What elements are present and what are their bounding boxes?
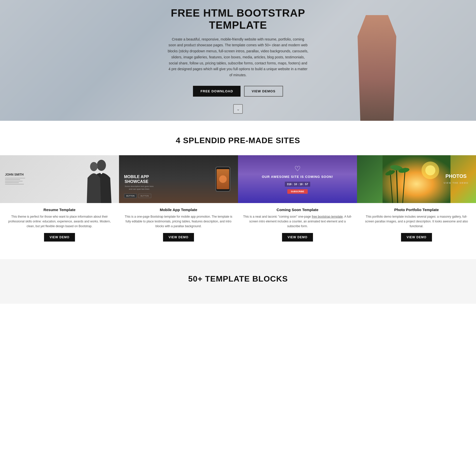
svg-point-10	[425, 165, 435, 175]
mobile-btn-2: BUTTON	[138, 194, 151, 198]
download-button[interactable]: FREE DOWNLOAD	[193, 86, 241, 97]
card-photos: PHOTOS VIEW THE DEMO Photo Portfolio Tem…	[357, 155, 476, 249]
coming-subscribe-btn: SUBSCRIBE	[287, 189, 308, 194]
card-resume-image: JOHN SMITH	[0, 155, 119, 203]
card-mobile-demo-button[interactable]: VIEW DEMO	[163, 233, 194, 242]
card-mobile-image: MOBILE APPSHOWCASE Some description text…	[119, 155, 238, 203]
resume-text-area: JOHN SMITH	[5, 173, 25, 185]
chevron-down-icon: ⌄	[236, 107, 240, 111]
resume-line-5	[5, 184, 24, 184]
hero-buttons: FREE DOWNLOAD VIEW DEMOS	[168, 86, 308, 97]
person-silhouette-svg	[79, 158, 116, 203]
hero-content: FREE HTML BOOTSTRAP TEMPLATE Create a be…	[163, 7, 313, 114]
blocks-section: 50+ TEMPLATE BLOCKS	[0, 259, 476, 304]
card-photos-desc: This portfolio demo template includes se…	[362, 214, 471, 229]
card-coming: ♡ OUR AWESOME SITE IS COMING SOON! 318 :…	[238, 155, 357, 249]
card-coming-title: Coming Soon Template	[238, 208, 357, 212]
cards-row: JOHN SMITH	[0, 155, 476, 249]
resume-preview: JOHN SMITH	[0, 155, 119, 203]
scroll-down-button[interactable]: ⌄	[233, 104, 243, 114]
card-mobile: MOBILE APPSHOWCASE Some description text…	[119, 155, 238, 249]
card-mobile-title: Mobile App Template	[119, 208, 238, 212]
phone-screen-content	[217, 169, 229, 189]
card-coming-image: ♡ OUR AWESOME SITE IS COMING SOON! 318 :…	[238, 155, 357, 203]
photos-preview: PHOTOS VIEW THE DEMO	[357, 155, 476, 203]
view-demos-button[interactable]: VIEW DEMOS	[244, 86, 283, 97]
card-resume-title: Resume Template	[0, 208, 119, 212]
sites-section-title: 4 SPLENDID PRE-MADE SITES	[0, 136, 476, 145]
hero-title: FREE HTML BOOTSTRAP TEMPLATE	[168, 7, 308, 31]
phone-circle	[219, 175, 227, 183]
coming-counter: 318 : 10 : 18 : 57	[285, 182, 310, 187]
sites-section: 4 SPLENDID PRE-MADE SITES JOHN SMITH	[0, 121, 476, 259]
resume-line-4	[5, 182, 19, 183]
resume-line-2	[5, 179, 20, 180]
mobile-sub-text: Some description text goes here and can …	[124, 185, 154, 190]
resume-line-3	[5, 181, 23, 181]
photos-title-text: PHOTOS	[446, 173, 467, 179]
mobile-preview: MOBILE APPSHOWCASE Some description text…	[119, 155, 238, 203]
phone-shape	[215, 167, 230, 192]
hero-subtitle: Create a beautiful, responsive, mobile-f…	[168, 36, 308, 78]
coming-site-title: OUR AWESOME SITE IS COMING SOON!	[262, 175, 333, 179]
mobile-btn-1: BUTTON	[124, 194, 137, 198]
resume-lines	[5, 178, 25, 184]
mobile-cta-buttons: BUTTON BUTTON	[124, 194, 151, 198]
card-photos-image: PHOTOS VIEW THE DEMO	[357, 155, 476, 203]
card-photos-title: Photo Portfolio Template	[357, 208, 476, 212]
resume-silhouette: JOHN SMITH	[0, 155, 119, 203]
coming-preview: ♡ OUR AWESOME SITE IS COMING SOON! 318 :…	[238, 155, 357, 203]
blocks-section-title: 50+ TEMPLATE BLOCKS	[0, 274, 476, 284]
coming-heart-icon: ♡	[294, 165, 301, 173]
phone-screen	[217, 169, 229, 189]
card-mobile-desc: This is a one-page Bootstrap template fo…	[124, 214, 233, 229]
card-resume: JOHN SMITH	[0, 155, 119, 249]
photos-sub: VIEW THE DEMO	[444, 182, 468, 184]
card-photos-demo-button[interactable]: VIEW DEMO	[401, 233, 432, 242]
hero-section: FREE HTML BOOTSTRAP TEMPLATE Create a be…	[0, 0, 476, 121]
card-coming-desc: This is a neat and laconic "coming soon"…	[243, 214, 352, 229]
card-resume-desc: This theme is perfect for those who want…	[5, 214, 114, 229]
coming-link[interactable]: free bootstrap template	[312, 215, 343, 218]
mobile-showcase-text: MOBILE APPSHOWCASE	[124, 174, 149, 184]
svg-point-1	[90, 162, 98, 171]
resume-name: JOHN SMITH	[5, 173, 25, 176]
svg-rect-2	[383, 155, 451, 203]
card-resume-demo-button[interactable]: VIEW DEMO	[44, 233, 75, 242]
svg-point-0	[97, 160, 106, 171]
coming-sub-btn-label[interactable]: SUBSCRIBE	[287, 189, 308, 194]
card-coming-demo-button[interactable]: VIEW DEMO	[282, 233, 313, 242]
resume-line-1	[5, 178, 25, 178]
photos-label: PHOTOS VIEW THE DEMO	[444, 173, 468, 185]
